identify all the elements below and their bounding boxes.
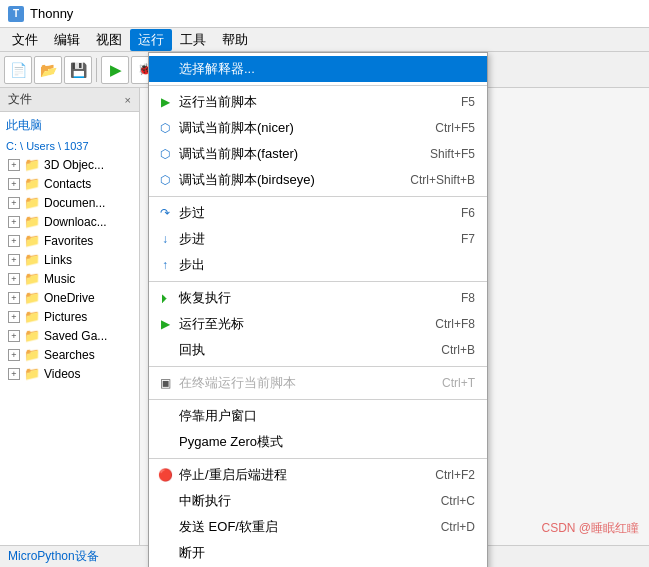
step-out-label: 步出 [179, 256, 205, 274]
debug-birdseye-label: 调试当前脚本(birdseye) [179, 171, 315, 189]
tree-item-contacts[interactable]: + 📁 Contacts [0, 174, 139, 193]
menu-return[interactable]: 回执 Ctrl+B [149, 337, 487, 363]
toolbar-save-button[interactable]: 💾 [64, 56, 92, 84]
tree-expander-links[interactable]: + [8, 254, 20, 266]
file-panel-tab: 文件 × [0, 88, 139, 112]
tree-item-links[interactable]: + 📁 Links [0, 250, 139, 269]
tree-label-pictures: Pictures [44, 310, 87, 324]
toolbar-run-button[interactable]: ▶ [101, 56, 129, 84]
menu-file[interactable]: 文件 [4, 29, 46, 51]
pygame-zero-label: Pygame Zero模式 [179, 433, 283, 451]
tree-expander-searches[interactable]: + [8, 349, 20, 361]
menu-help[interactable]: 帮助 [214, 29, 256, 51]
menu-debug-nicer[interactable]: ⬡ 调试当前脚本(nicer) Ctrl+F5 [149, 115, 487, 141]
step-over-icon: ↷ [157, 206, 173, 220]
folder-icon-downloads: 📁 [24, 214, 40, 229]
tree-label-searches: Searches [44, 348, 95, 362]
tree-label-3d: 3D Objec... [44, 158, 104, 172]
tree-item-searches[interactable]: + 📁 Searches [0, 345, 139, 364]
tree-path-pc[interactable]: 此电脑 [0, 114, 139, 137]
run-cursor-label: 运行至光标 [179, 315, 244, 333]
menu-run-to-cursor[interactable]: ▶ 运行至光标 Ctrl+F8 [149, 311, 487, 337]
tree-expander-pictures[interactable]: + [8, 311, 20, 323]
tree-expander-favorites[interactable]: + [8, 235, 20, 247]
step-over-shortcut: F6 [421, 206, 475, 220]
menu-tools[interactable]: 工具 [172, 29, 214, 51]
interrupt-shortcut: Ctrl+C [401, 494, 475, 508]
tree-item-pictures[interactable]: + 📁 Pictures [0, 307, 139, 326]
run-menu-sep3 [149, 281, 487, 282]
tree-item-3d[interactable]: + 📁 3D Objec... [0, 155, 139, 174]
toolbar-open-button[interactable]: 📂 [34, 56, 62, 84]
tree-expander-onedrive[interactable]: + [8, 292, 20, 304]
menu-step-over[interactable]: ↷ 步过 F6 [149, 200, 487, 226]
resume-shortcut: F8 [421, 291, 475, 305]
folder-icon-contacts: 📁 [24, 176, 40, 191]
menu-debug-faster[interactable]: ⬡ 调试当前脚本(faster) Shift+F5 [149, 141, 487, 167]
menu-view[interactable]: 视图 [88, 29, 130, 51]
stop-window-label: 停靠用户窗口 [179, 407, 257, 425]
menu-interrupt[interactable]: 中断执行 Ctrl+C [149, 488, 487, 514]
menu-pygame-zero[interactable]: Pygame Zero模式 [149, 429, 487, 455]
tree-item-downloads[interactable]: + 📁 Downloac... [0, 212, 139, 231]
run-menu-sep1 [149, 85, 487, 86]
menu-bar: 文件 编辑 视图 运行 工具 帮助 [0, 28, 649, 52]
tree-expander-videos[interactable]: + [8, 368, 20, 380]
folder-icon-documents: 📁 [24, 195, 40, 210]
tree-label-music: Music [44, 272, 75, 286]
file-tab-label: 文件 [8, 91, 32, 108]
menu-step-out[interactable]: ↑ 步出 [149, 252, 487, 278]
tree-item-savedgames[interactable]: + 📁 Saved Ga... [0, 326, 139, 345]
step-into-icon: ↓ [157, 232, 173, 246]
menu-resume[interactable]: ⏵ 恢复执行 F8 [149, 285, 487, 311]
menu-send-eof[interactable]: 发送 EOF/软重启 Ctrl+D [149, 514, 487, 540]
debug-nicer-label: 调试当前脚本(nicer) [179, 119, 294, 137]
run-current-label: 运行当前脚本 [179, 93, 257, 111]
folder-icon-videos: 📁 [24, 366, 40, 381]
tree-item-onedrive[interactable]: + 📁 OneDrive [0, 288, 139, 307]
return-label: 回执 [179, 341, 205, 359]
menu-stop-window[interactable]: 停靠用户窗口 [149, 403, 487, 429]
tree-expander-3d[interactable]: + [8, 159, 20, 171]
stop-process-label: 停止/重启后端进程 [179, 466, 287, 484]
watermark: CSDN @睡眠红瞳 [541, 520, 639, 537]
menu-edit[interactable]: 编辑 [46, 29, 88, 51]
send-eof-shortcut: Ctrl+D [401, 520, 475, 534]
tree-label-savedgames: Saved Ga... [44, 329, 107, 343]
folder-icon-searches: 📁 [24, 347, 40, 362]
debug-faster-icon: ⬡ [157, 147, 173, 161]
tree-expander-downloads[interactable]: + [8, 216, 20, 228]
tree-expander-contacts[interactable]: + [8, 178, 20, 190]
file-panel: 文件 × 此电脑 C: \ Users \ 1037 + 📁 3D Objec.… [0, 88, 140, 567]
menu-run-current[interactable]: ▶ 运行当前脚本 F5 [149, 89, 487, 115]
menu-debug-birdseye[interactable]: ⬡ 调试当前脚本(birdseye) Ctrl+Shift+B [149, 167, 487, 193]
folder-icon-favorites: 📁 [24, 233, 40, 248]
menu-run-in-terminal[interactable]: ▣ 在终端运行当前脚本 Ctrl+T [149, 370, 487, 396]
tree-item-favorites[interactable]: + 📁 Favorites [0, 231, 139, 250]
menu-run[interactable]: 运行 [130, 29, 172, 51]
run-menu-dropdown: 选择解释器... ▶ 运行当前脚本 F5 ⬡ 调试当前脚本(nicer) Ctr… [148, 52, 488, 567]
tree-path-users[interactable]: C: \ Users \ 1037 [0, 137, 139, 155]
tree-item-documents[interactable]: + 📁 Documen... [0, 193, 139, 212]
step-into-label: 步进 [179, 230, 205, 248]
tree-label-contacts: Contacts [44, 177, 91, 191]
micropython-status[interactable]: MicroPython设备 [8, 548, 99, 565]
tree-label-onedrive: OneDrive [44, 291, 95, 305]
toolbar-new-button[interactable]: 📄 [4, 56, 32, 84]
menu-stop-process[interactable]: 🔴 停止/重启后端进程 Ctrl+F2 [149, 462, 487, 488]
menu-select-interpreter[interactable]: 选择解释器... [149, 56, 487, 82]
tree-expander-savedgames[interactable]: + [8, 330, 20, 342]
run-cursor-icon: ▶ [157, 317, 173, 331]
tree-item-videos[interactable]: + 📁 Videos [0, 364, 139, 383]
resume-icon: ⏵ [157, 291, 173, 305]
tree-label-links: Links [44, 253, 72, 267]
tree-item-music[interactable]: + 📁 Music [0, 269, 139, 288]
tree-expander-music[interactable]: + [8, 273, 20, 285]
menu-step-into[interactable]: ↓ 步进 F7 [149, 226, 487, 252]
menu-disconnect[interactable]: 断开 [149, 540, 487, 566]
tree-label-favorites: Favorites [44, 234, 93, 248]
file-tab-close[interactable]: × [125, 94, 131, 106]
title-bar: T Thonny [0, 0, 649, 28]
return-shortcut: Ctrl+B [401, 343, 475, 357]
tree-expander-documents[interactable]: + [8, 197, 20, 209]
